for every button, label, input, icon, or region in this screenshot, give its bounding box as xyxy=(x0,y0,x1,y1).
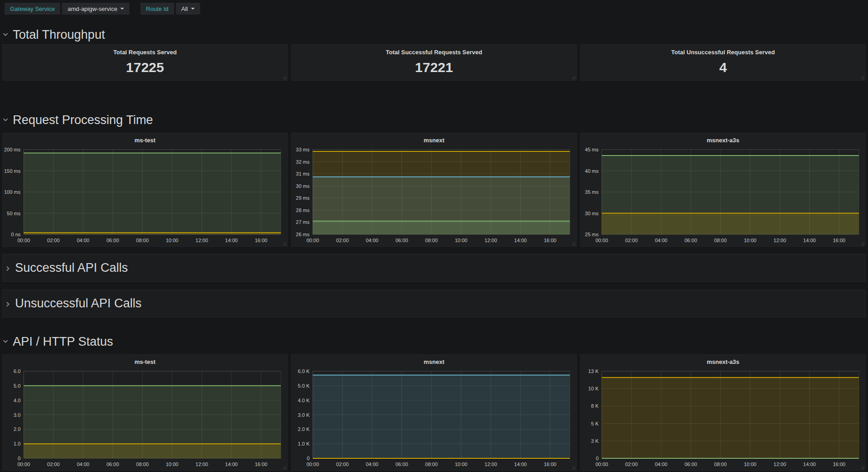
stat-panel-total-unsuccessful-requests: Total Unsuccessful Requests Served 4 xyxy=(580,44,866,81)
x-tick-label: 00:00 xyxy=(306,238,319,243)
variable-dropdown-route-id[interactable]: All xyxy=(176,3,200,15)
y-tick-label: 3.0 xyxy=(14,412,21,418)
chart-panel-rpt-ms-test[interactable]: ms-test00:0002:0004:0006:0008:0010:0012:… xyxy=(2,133,288,247)
x-tick-label: 12:00 xyxy=(196,238,208,243)
chart-panel-status-msnext-a3s[interactable]: msnext-a3s00:0002:0004:0006:0008:0010:00… xyxy=(580,354,866,471)
x-tick-label: 06:00 xyxy=(685,462,698,467)
x-tick-label: 00:00 xyxy=(306,462,319,467)
x-tick-label: 14:00 xyxy=(803,238,816,243)
y-tick-label: 35 ms xyxy=(585,189,599,195)
y-tick-label: 3.0 K xyxy=(298,412,310,418)
series-fill xyxy=(313,375,570,458)
y-tick-label: 30 ms xyxy=(585,211,599,216)
x-tick-label: 14:00 xyxy=(225,462,238,467)
y-tick-label: 2.0 xyxy=(14,426,21,432)
chart-panel-status-ms-test[interactable]: ms-test00:0002:0004:0006:0008:0010:0012:… xyxy=(2,354,288,471)
x-tick-label: 02:00 xyxy=(625,462,638,467)
variable-gateway-service: Gateway Service amd-apigw-service xyxy=(5,3,129,15)
x-tick-label: 08:00 xyxy=(714,238,727,243)
panel-title[interactable]: msnext-a3s xyxy=(707,358,739,365)
x-tick-label: 02:00 xyxy=(625,238,638,243)
row-header-unsuccessful-api-calls[interactable]: Unsuccessful API Calls xyxy=(2,290,866,317)
x-tick-label: 08:00 xyxy=(714,462,727,467)
variable-label-route-id[interactable]: Route Id xyxy=(140,3,174,15)
x-tick-label: 00:00 xyxy=(595,238,608,243)
y-tick-label: 2.0 K xyxy=(298,426,310,432)
x-tick-label: 04:00 xyxy=(77,238,89,243)
resize-grip-icon[interactable] xyxy=(571,75,575,79)
chart-panel-status-msnext[interactable]: msnext00:0002:0004:0006:0008:0010:0012:0… xyxy=(291,354,577,471)
x-tick-label: 06:00 xyxy=(685,238,698,243)
panel-title[interactable]: ms-test xyxy=(134,137,156,144)
template-variables-bar: Gateway Service amd-apigw-service Route … xyxy=(0,0,868,17)
x-tick-label: 02:00 xyxy=(47,238,60,243)
stat-panel-total-requests: Total Requests Served 17225 xyxy=(2,44,288,81)
x-tick-label: 04:00 xyxy=(655,462,667,467)
chevron-right-icon xyxy=(5,296,11,311)
y-tick-label: 28 ms xyxy=(296,207,310,213)
x-tick-label: 06:00 xyxy=(396,238,408,243)
chart-canvas[interactable]: ms-test00:0002:0004:0006:0008:0010:0012:… xyxy=(3,133,287,246)
x-tick-label: 06:00 xyxy=(107,462,119,467)
y-tick-label: 150 ms xyxy=(4,168,21,174)
variable-value-text: All xyxy=(181,5,188,12)
chevron-right-icon xyxy=(5,261,11,275)
resize-grip-icon[interactable] xyxy=(282,75,286,79)
x-tick-label: 10:00 xyxy=(166,238,179,243)
x-tick-label: 06:00 xyxy=(396,462,408,467)
series-fill xyxy=(24,153,281,234)
row-header-total-throughput[interactable]: Total Throughput xyxy=(0,26,868,44)
y-tick-label: 10 K xyxy=(588,386,599,391)
x-tick-label: 12:00 xyxy=(196,462,208,467)
y-tick-label: 33 ms xyxy=(296,147,310,152)
resize-grip-icon[interactable] xyxy=(860,75,864,79)
x-tick-label: 08:00 xyxy=(425,462,438,467)
caret-down-icon xyxy=(120,8,124,10)
y-tick-label: 45 ms xyxy=(585,147,599,152)
x-tick-label: 16:00 xyxy=(544,462,557,467)
x-tick-label: 12:00 xyxy=(774,238,786,243)
row-header-request-processing-time[interactable]: Request Processing Time xyxy=(0,110,868,130)
section-title: Unsuccessful API Calls xyxy=(15,296,142,311)
caret-down-icon xyxy=(191,8,195,10)
series-fill xyxy=(602,378,859,458)
x-tick-label: 14:00 xyxy=(225,238,238,243)
section-title: Successful API Calls xyxy=(15,261,128,275)
x-tick-label: 06:00 xyxy=(107,238,119,243)
x-tick-label: 10:00 xyxy=(744,462,757,467)
row-header-successful-api-calls[interactable]: Successful API Calls xyxy=(2,254,866,282)
x-tick-label: 00:00 xyxy=(17,238,30,243)
x-tick-label: 16:00 xyxy=(833,238,846,243)
panel-title[interactable]: Total Requests Served xyxy=(3,49,287,56)
panel-title[interactable]: Total Unsuccessful Requests Served xyxy=(581,49,865,56)
chart-canvas[interactable]: msnext00:0002:0004:0006:0008:0010:0012:0… xyxy=(292,355,576,470)
panel-title[interactable]: msnext-a3s xyxy=(707,137,739,144)
x-tick-label: 04:00 xyxy=(366,462,378,467)
x-tick-label: 16:00 xyxy=(833,462,846,467)
chart-canvas[interactable]: ms-test00:0002:0004:0006:0008:0010:0012:… xyxy=(3,355,287,470)
variable-label-gateway-service[interactable]: Gateway Service xyxy=(5,3,60,15)
panel-title[interactable]: Total Successful Requests Served xyxy=(292,49,576,56)
x-tick-label: 10:00 xyxy=(744,238,757,243)
chart-panel-rpt-msnext[interactable]: msnext00:0002:0004:0006:0008:0010:0012:0… xyxy=(291,133,577,247)
series-fill xyxy=(602,213,859,235)
y-tick-label: 50 ms xyxy=(7,211,21,216)
stat-value: 17221 xyxy=(292,60,576,75)
chart-canvas[interactable]: msnext-a3s00:0002:0004:0006:0008:0010:00… xyxy=(581,355,865,470)
variable-dropdown-gateway-service[interactable]: amd-apigw-service xyxy=(62,3,129,15)
panel-title[interactable]: msnext xyxy=(424,358,444,365)
y-tick-label: 0 ns xyxy=(11,232,21,237)
y-tick-label: 29 ms xyxy=(296,195,310,201)
y-tick-label: 32 ms xyxy=(296,159,310,165)
y-tick-label: 31 ms xyxy=(296,171,310,176)
chart-canvas[interactable]: msnext-a3s00:0002:0004:0006:0008:0010:00… xyxy=(581,133,865,246)
x-tick-label: 10:00 xyxy=(455,238,468,243)
chart-panel-rpt-msnext-a3s[interactable]: msnext-a3s00:0002:0004:0006:0008:0010:00… xyxy=(580,133,866,247)
row-header-api-http-status[interactable]: API / HTTP Status xyxy=(0,332,868,352)
chart-canvas[interactable]: msnext00:0002:0004:0006:0008:0010:0012:0… xyxy=(292,133,576,246)
series-fill xyxy=(24,444,281,458)
panel-title[interactable]: msnext xyxy=(424,137,444,144)
x-tick-label: 00:00 xyxy=(595,462,608,467)
section-title: Request Processing Time xyxy=(13,113,153,127)
panel-title[interactable]: ms-test xyxy=(134,358,156,365)
